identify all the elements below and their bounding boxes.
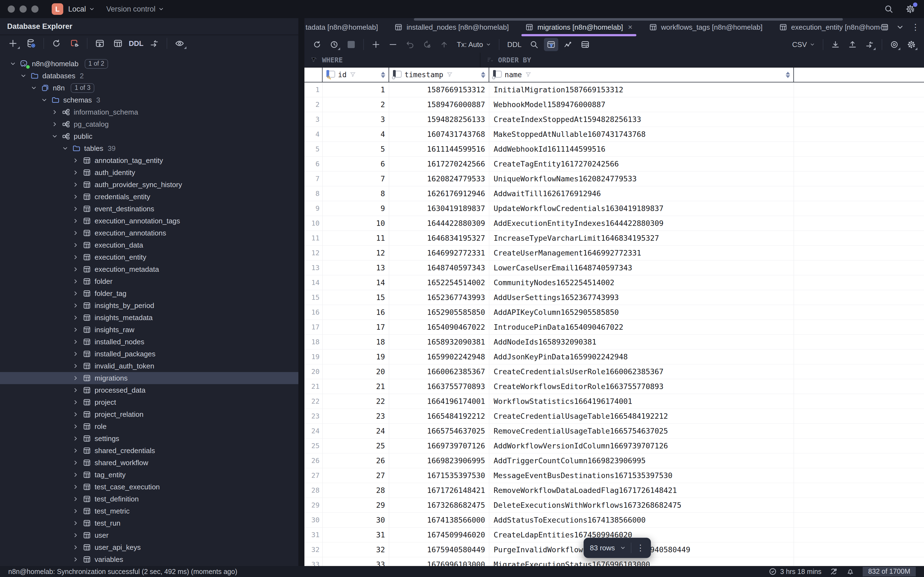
settings-button[interactable]: [904, 3, 916, 15]
row-number-cell[interactable]: 7: [304, 171, 323, 186]
chevron-right-icon[interactable]: [51, 108, 58, 116]
tree-item[interactable]: installed_nodes: [0, 336, 298, 348]
id-cell[interactable]: 25: [323, 438, 389, 453]
id-cell[interactable]: 5: [323, 142, 389, 156]
row-number-cell[interactable]: 17: [304, 320, 323, 334]
tree-item[interactable]: user: [0, 529, 298, 541]
chevron-down-icon[interactable]: [9, 60, 16, 67]
delete-row-button[interactable]: [386, 38, 400, 51]
table-row[interactable]: 6 6 1617270242566 CreateTagEntity1617270…: [304, 156, 924, 171]
tree-item[interactable]: execution_data: [0, 239, 298, 251]
chevron-right-icon[interactable]: [51, 121, 58, 128]
chevron-right-icon[interactable]: [72, 411, 79, 418]
name-cell[interactable]: DeleteExecutionsWithWorkflows16732686824…: [489, 498, 794, 513]
table-row[interactable]: 2 2 1589476000887 WebhookModel1589476000…: [304, 97, 924, 112]
tx-mode-dropdown[interactable]: Tx: Auto: [454, 40, 494, 49]
view-options-button[interactable]: [887, 38, 901, 51]
table-row[interactable]: 14 14 1652254514002 CommunityNodes165225…: [304, 275, 924, 290]
name-cell[interactable]: WebhookModel1589476000887: [489, 97, 794, 112]
sync-disabled-button[interactable]: [830, 567, 838, 575]
uptime-indicator[interactable]: 3 hrs 18 mins: [769, 567, 821, 575]
table-row[interactable]: 33 33 1676996103000 MigrateExecutionStat…: [304, 557, 924, 566]
name-cell[interactable]: IntroducePinData1654090467022: [489, 320, 794, 334]
id-cell[interactable]: 30: [323, 513, 389, 527]
tree-item[interactable]: shared_credentials: [0, 445, 298, 457]
name-cell[interactable]: CreateUserManagement1646992772331: [489, 246, 794, 260]
where-filter-input[interactable]: WHERE: [304, 53, 480, 67]
tree-item[interactable]: user_api_keys: [0, 541, 298, 553]
id-cell[interactable]: 23: [323, 409, 389, 424]
table-row[interactable]: 16 16 1652905585850 AddAPIKeyColumn16529…: [304, 305, 924, 320]
table-row[interactable]: 27 27 1671535397530 MessageEventBusDesti…: [304, 468, 924, 483]
timestamp-cell[interactable]: 1673268682475: [389, 498, 489, 513]
tree-item[interactable]: execution_annotation_tags: [0, 215, 298, 227]
timestamp-cell[interactable]: 1652905585850: [389, 305, 489, 319]
tree-item[interactable]: execution_entity: [0, 251, 298, 263]
name-cell[interactable]: CreateTagEntity1617270242566: [489, 156, 794, 171]
table-row[interactable]: 8 8 1626176912946 AddwaitTill16261769129…: [304, 186, 924, 201]
timestamp-cell[interactable]: 1664196174001: [389, 394, 489, 409]
id-cell[interactable]: 3: [323, 112, 389, 127]
table-row[interactable]: 10 10 1644422880309 AddExecutionEntityIn…: [304, 216, 924, 231]
chevron-right-icon[interactable]: [72, 532, 79, 539]
sort-toggle[interactable]: [481, 72, 485, 78]
grid-settings-button[interactable]: [904, 38, 919, 51]
timestamp-cell[interactable]: 1620824779533: [389, 171, 489, 186]
chevron-right-icon[interactable]: [72, 169, 79, 176]
tree-item[interactable]: auth_identity: [0, 166, 298, 179]
row-number-cell[interactable]: 29: [304, 498, 323, 513]
id-cell[interactable]: 18: [323, 335, 389, 349]
row-number-cell[interactable]: 4: [304, 127, 323, 142]
tree-item[interactable]: execution_metadata: [0, 263, 298, 275]
id-cell[interactable]: 14: [323, 275, 389, 290]
table-row[interactable]: 3 3 1594828256133 CreateIndexStoppedAt15…: [304, 112, 924, 127]
tree-item[interactable]: information_schema: [0, 106, 298, 118]
id-cell[interactable]: 1: [323, 82, 389, 97]
notifications-button[interactable]: [846, 567, 855, 575]
tree-item[interactable]: invalid_auth_token: [0, 360, 298, 372]
chevron-right-icon[interactable]: [72, 423, 79, 430]
name-cell[interactable]: IncreaseTypeVarcharLimit1646834195327: [489, 231, 794, 245]
editor-tab[interactable]: workflows_tags [n8n@homelab]: [641, 18, 771, 36]
row-number-cell[interactable]: 13: [304, 261, 323, 275]
table-row[interactable]: 17 17 1654090467022 IntroducePinData1654…: [304, 320, 924, 335]
chevron-right-icon[interactable]: [72, 229, 79, 237]
timestamp-cell[interactable]: 1671726148421: [389, 483, 489, 498]
stop-button[interactable]: [344, 38, 358, 51]
timestamp-cell[interactable]: 1676996103000: [389, 557, 489, 566]
id-cell[interactable]: 19: [323, 350, 389, 364]
timestamp-cell[interactable]: 1663755770893: [389, 379, 489, 394]
id-cell[interactable]: 8: [323, 186, 389, 201]
chevron-down-icon[interactable]: [30, 84, 37, 92]
name-cell[interactable]: AddExecutionEntityIndexes1644422880309: [489, 216, 794, 230]
row-number-cell[interactable]: 9: [304, 201, 323, 216]
chevron-right-icon[interactable]: [72, 314, 79, 321]
table-view-settings-button[interactable]: [578, 38, 592, 51]
name-cell[interactable]: MakeStoppedAtNullable1607431743768: [489, 127, 794, 142]
window-close-button[interactable]: [8, 5, 15, 13]
row-number-cell[interactable]: 33: [304, 557, 323, 566]
row-number-cell[interactable]: 6: [304, 156, 323, 171]
name-cell[interactable]: CreateWorkflowsEditorRole1663755770893: [489, 379, 794, 394]
table-row[interactable]: 4 4 1607431743768 MakeStoppedAtNullable1…: [304, 127, 924, 142]
name-cell[interactable]: AddwaitTill1626176912946: [489, 186, 794, 201]
tree-item[interactable]: insights_raw: [0, 324, 298, 336]
id-cell[interactable]: 11: [323, 231, 389, 245]
id-cell[interactable]: 21: [323, 379, 389, 394]
table-row[interactable]: 9 9 1630419189837 UpdateWorkflowCredenti…: [304, 201, 924, 216]
timestamp-cell[interactable]: 1644422880309: [389, 216, 489, 230]
chevron-right-icon[interactable]: [72, 483, 79, 490]
id-cell[interactable]: 13: [323, 261, 389, 275]
tree-item[interactable]: test_run: [0, 517, 298, 529]
chevron-right-icon[interactable]: [72, 363, 79, 369]
id-cell[interactable]: 6: [323, 156, 389, 171]
chevron-right-icon[interactable]: [72, 508, 79, 515]
id-cell[interactable]: 10: [323, 216, 389, 230]
row-number-cell[interactable]: 27: [304, 468, 323, 483]
editor-tab[interactable]: tadata [n8n@homelab]: [304, 18, 386, 36]
name-cell[interactable]: AddJsonKeyPinData1659902242948: [489, 350, 794, 364]
window-minimize-button[interactable]: [19, 5, 27, 13]
tree-item[interactable]: public: [0, 130, 298, 142]
table-row[interactable]: 7 7 1620824779533 UniqueWorkflowNames162…: [304, 171, 924, 186]
row-number-cell[interactable]: 3: [304, 112, 323, 127]
